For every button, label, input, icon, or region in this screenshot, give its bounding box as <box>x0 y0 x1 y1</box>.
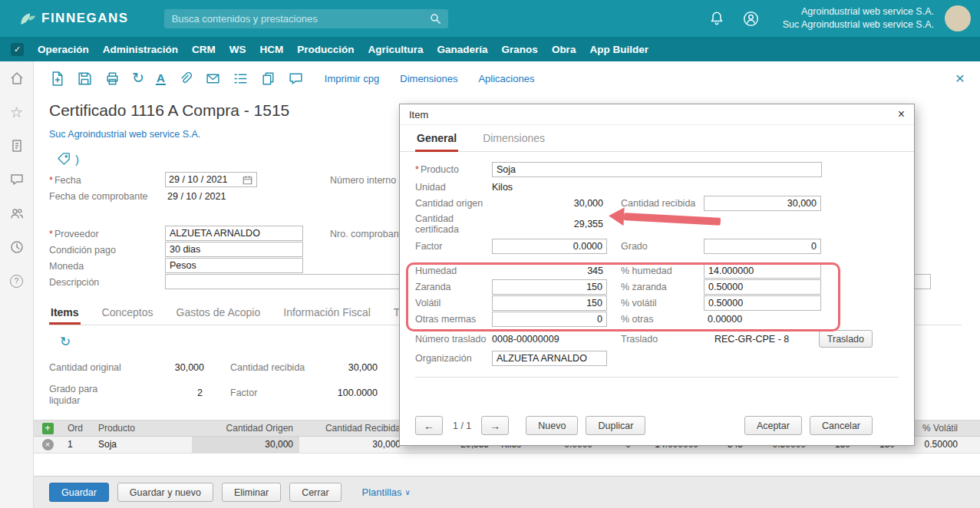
sidebar-item-documents[interactable] <box>0 129 33 163</box>
notifications-bell-icon[interactable] <box>708 10 725 27</box>
module-navbar: ✓ Operación Administración CRM WS HCM Pr… <box>0 37 980 61</box>
moneda-field[interactable] <box>165 258 303 273</box>
email-button[interactable] <box>205 71 221 87</box>
tab-conceptos[interactable]: Conceptos <box>101 305 155 325</box>
plantillas-link[interactable]: Plantillas ∨ <box>362 487 411 498</box>
modal-tab-dimensiones[interactable]: Dimensiones <box>481 125 546 151</box>
global-search <box>164 9 448 28</box>
imprimir-cpg-link[interactable]: Imprimir cpg <box>325 73 380 84</box>
duplicar-button[interactable]: Duplicar <box>586 416 645 435</box>
volatil-field[interactable] <box>492 295 607 311</box>
organizacion-field[interactable] <box>492 351 607 366</box>
modules-check-icon[interactable]: ✓ <box>11 43 24 56</box>
new-document-button[interactable] <box>49 71 65 87</box>
guardar-button[interactable]: Guardar <box>49 483 109 502</box>
cell-cantidad-origen: 30,000 <box>192 437 299 453</box>
search-input[interactable] <box>164 9 448 28</box>
condicion-pago-field[interactable] <box>165 242 303 257</box>
prev-item-button[interactable]: ← <box>415 416 443 435</box>
checklist-icon <box>233 71 249 87</box>
producto-field[interactable] <box>492 162 822 177</box>
nav-item-administracion[interactable]: Administración <box>103 44 178 55</box>
cantidad-recibida-field[interactable] <box>704 196 821 211</box>
add-row-button[interactable]: + <box>34 421 61 436</box>
pct-otras-value: 0.00000 <box>704 314 742 325</box>
nav-item-granos[interactable]: Granos <box>502 44 538 55</box>
modal-tabs: General Dimensiones <box>400 125 914 152</box>
checklist-button[interactable] <box>233 71 249 87</box>
otras-mermas-label: Otras mermas <box>415 314 492 325</box>
guardar-y-nuevo-button[interactable]: Guardar y nuevo <box>117 483 213 502</box>
zaranda-field[interactable] <box>492 279 607 295</box>
pct-volatil-field[interactable] <box>704 295 821 311</box>
grado-field[interactable] <box>704 239 821 254</box>
cantidad-recibida-value: 30,000 <box>313 362 378 373</box>
traslado-button[interactable]: Traslado <box>819 330 873 348</box>
nav-item-agricultura[interactable]: Agricultura <box>368 44 424 55</box>
modal-divider <box>415 377 899 378</box>
aceptar-button[interactable]: Aceptar <box>744 416 802 435</box>
aplicaciones-link[interactable]: Aplicaciones <box>478 73 534 84</box>
nav-item-crm[interactable]: CRM <box>192 44 216 55</box>
nav-item-obra[interactable]: Obra <box>552 44 576 55</box>
factor-field[interactable] <box>492 239 607 254</box>
proveedor-field[interactable] <box>165 226 303 241</box>
pct-zaranda-label: % zaranda <box>621 282 704 292</box>
close-document-icon[interactable]: × <box>955 71 965 86</box>
copy-pages-button[interactable] <box>260 71 276 87</box>
save-button[interactable] <box>77 71 93 87</box>
attachment-button[interactable] <box>177 71 193 87</box>
sidebar-item-contacts[interactable] <box>0 196 33 230</box>
cantidad-original-value: 30,000 <box>137 362 204 373</box>
branch-link[interactable]: Suc Agroindustrial web service S.A. <box>49 129 200 140</box>
fecha-field[interactable]: 29 / 10 / 2021 <box>165 172 257 187</box>
nav-item-operacion[interactable]: Operación <box>38 44 89 55</box>
nav-item-hcm[interactable]: HCM <box>260 44 284 55</box>
modal-close-icon[interactable]: × <box>898 109 905 120</box>
nav-item-app-builder[interactable]: App Builder <box>589 44 648 55</box>
calendar-icon[interactable] <box>242 174 253 186</box>
col-producto: Producto <box>92 421 192 436</box>
tab-items[interactable]: Items <box>49 305 81 325</box>
fecha-value: 29 / 10 / 2021 <box>169 174 242 185</box>
nro-comprobante-label: Nro. comprobante <box>330 229 407 239</box>
cell-ord: 1 <box>61 437 92 453</box>
tab-gastos-acopio[interactable]: Gastos de Acopio <box>175 305 262 325</box>
pct-humedad-field[interactable] <box>704 263 821 279</box>
next-item-button[interactable]: → <box>481 416 509 435</box>
modal-tab-general[interactable]: General <box>415 125 458 152</box>
tags-control[interactable]: ) <box>57 152 79 167</box>
users-icon <box>9 206 25 221</box>
refresh-items-icon[interactable]: ↻ <box>60 335 71 350</box>
eliminar-button[interactable]: Eliminar <box>222 483 281 502</box>
account-icon[interactable] <box>742 10 760 28</box>
pct-zaranda-field[interactable] <box>704 279 821 295</box>
comment-button[interactable] <box>288 71 304 87</box>
sidebar-item-messages[interactable] <box>0 163 33 196</box>
history-refresh-icon[interactable]: ↻ <box>132 71 144 86</box>
print-button[interactable] <box>104 71 120 87</box>
sidebar-item-help[interactable]: ? <box>0 264 33 298</box>
help-icon: ? <box>10 275 23 288</box>
cerrar-button[interactable]: Cerrar <box>289 483 341 502</box>
otras-mermas-field[interactable] <box>492 312 607 327</box>
font-format-icon[interactable]: A <box>156 72 166 85</box>
pct-volatil-label: % volátil <box>621 298 704 308</box>
nav-item-ws[interactable]: WS <box>229 44 246 55</box>
search-icon[interactable] <box>428 12 443 26</box>
tab-informacion-fiscal[interactable]: Información Fiscal <box>282 305 372 325</box>
nuevo-button[interactable]: Nuevo <box>526 416 578 435</box>
chevron-down-icon: ∨ <box>405 488 411 496</box>
avatar[interactable] <box>945 5 971 31</box>
zaranda-label: Zaranda <box>415 282 492 292</box>
sidebar-item-history[interactable] <box>0 230 33 264</box>
volatil-label: Volátil <box>415 298 492 308</box>
delete-row-button[interactable]: × <box>34 437 61 453</box>
sidebar-item-favorites[interactable]: ☆ <box>0 95 33 129</box>
nav-item-ganaderia[interactable]: Ganadería <box>437 44 488 55</box>
nav-item-produccion[interactable]: Producción <box>297 44 354 55</box>
dimensiones-link[interactable]: Dimensiones <box>400 73 457 84</box>
cancelar-button[interactable]: Cancelar <box>810 416 873 435</box>
logo[interactable]: FINNEGANS <box>18 10 129 27</box>
sidebar-item-home[interactable] <box>0 61 33 95</box>
